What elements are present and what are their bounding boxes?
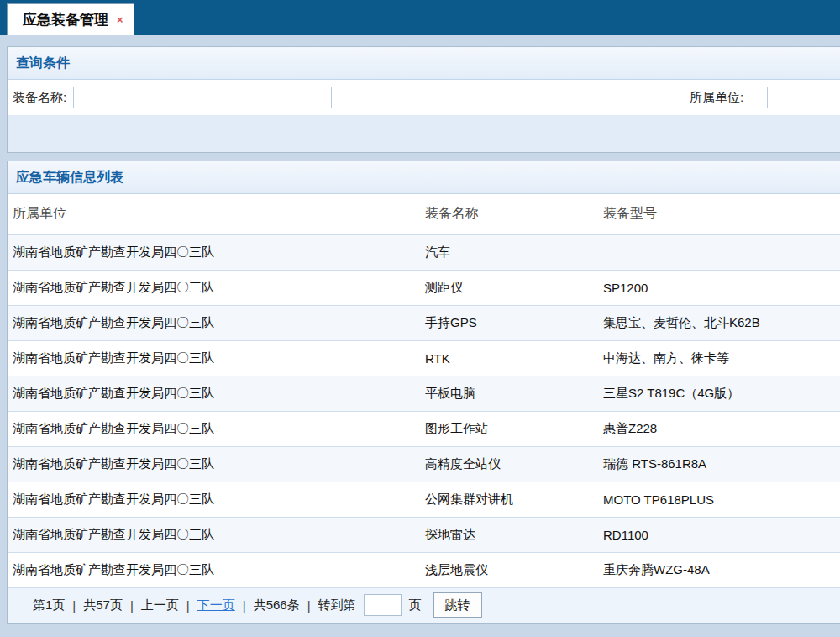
table-row: 湖南省地质矿产勘查开发局四〇三队 手持GPS 集思宝、麦哲伦、北斗K62B — [8, 305, 840, 340]
equipment-table: 所属单位 装备名称 装备型号 湖南省地质矿产勘查开发局四〇三队 汽车 湖南省地质… — [8, 194, 840, 588]
cell-equipment-model: 集思宝、麦哲伦、北斗K62B — [598, 305, 840, 340]
tab-bar: 应急装备管理 × — [0, 0, 840, 35]
tab-emergency-equipment[interactable]: 应急装备管理 × — [7, 3, 134, 35]
column-header-unit: 所属单位 — [8, 194, 420, 234]
cell-equipment-name: 浅层地震仪 — [420, 552, 598, 587]
tab-label: 应急装备管理 — [23, 10, 108, 29]
total-items-label: 共566条 — [254, 598, 300, 613]
cell-equipment-model: MOTO TP618PLUS — [598, 482, 840, 517]
unit-label: 所属单位: — [690, 90, 743, 106]
table-row: 湖南省地质矿产勘查开发局四〇三队 平板电脑 三星S2 T819C（4G版） — [8, 376, 840, 411]
unit-input[interactable] — [767, 87, 840, 108]
cell-equipment-model: 三星S2 T819C（4G版） — [598, 376, 840, 411]
cell-equipment-name: 平板电脑 — [420, 376, 598, 411]
table-row: 湖南省地质矿产勘查开发局四〇三队 RTK 中海达、南方、徕卡等 — [8, 340, 840, 376]
cell-equipment-name: RTK — [420, 340, 598, 376]
cell-equipment-model: 中海达、南方、徕卡等 — [598, 340, 840, 376]
query-panel-title: 查询条件 — [8, 47, 840, 80]
pagination-bar: 第1页 | 共57页 | 上一页 | 下一页 | 共566条 | 转到第 页 跳… — [8, 588, 840, 623]
table-row: 湖南省地质矿产勘查开发局四〇三队 图形工作站 惠普Z228 — [8, 411, 840, 446]
close-icon[interactable]: × — [117, 14, 123, 25]
cell-unit: 湖南省地质矿产勘查开发局四〇三队 — [8, 376, 420, 411]
cell-equipment-model: 惠普Z228 — [598, 411, 840, 446]
goto-page-suffix-label: 页 — [409, 598, 422, 613]
equipment-name-input[interactable] — [73, 87, 332, 108]
cell-equipment-model: SP1200 — [598, 270, 840, 305]
column-header-equipment-model: 装备型号 — [598, 194, 840, 234]
separator: | — [72, 598, 76, 613]
separator: | — [186, 598, 190, 613]
cell-unit: 湖南省地质矿产勘查开发局四〇三队 — [8, 517, 420, 552]
query-form-row: 装备名称: 所属单位: — [8, 80, 840, 115]
query-panel-footer — [8, 115, 840, 152]
cell-equipment-name: 高精度全站仪 — [420, 446, 598, 482]
table-row: 湖南省地质矿产勘查开发局四〇三队 汽车 — [8, 234, 840, 270]
table-row: 湖南省地质矿产勘查开发局四〇三队 公网集群对讲机 MOTO TP618PLUS — [8, 482, 840, 517]
next-page-link[interactable]: 下一页 — [197, 598, 235, 613]
cell-equipment-model: 重庆奔腾WZG-48A — [598, 552, 840, 587]
table-row: 湖南省地质矿产勘查开发局四〇三队 测距仪 SP1200 — [8, 270, 840, 305]
goto-page-input[interactable] — [364, 594, 402, 616]
cell-equipment-name: 测距仪 — [420, 270, 598, 305]
cell-equipment-model: RD1100 — [598, 517, 840, 552]
current-page-label: 第1页 — [33, 598, 65, 613]
total-pages-label: 共57页 — [83, 598, 123, 613]
separator: | — [130, 598, 134, 613]
cell-equipment-name: 手持GPS — [420, 305, 598, 340]
table-row: 湖南省地质矿产勘查开发局四〇三队 探地雷达 RD1100 — [8, 517, 840, 552]
query-panel: 查询条件 装备名称: 所属单位: — [7, 46, 840, 153]
separator: | — [307, 598, 311, 613]
cell-unit: 湖南省地质矿产勘查开发局四〇三队 — [8, 340, 420, 376]
list-panel: 应急车辆信息列表 所属单位 装备名称 装备型号 湖南省地质矿产勘查开发局四〇三队… — [7, 161, 840, 624]
table-row: 湖南省地质矿产勘查开发局四〇三队 浅层地震仪 重庆奔腾WZG-48A — [8, 552, 840, 587]
cell-equipment-model — [598, 234, 840, 270]
list-panel-title: 应急车辆信息列表 — [8, 161, 840, 194]
cell-unit: 湖南省地质矿产勘查开发局四〇三队 — [8, 234, 420, 270]
goto-page-prefix-label: 转到第 — [318, 598, 356, 613]
cell-equipment-name: 汽车 — [420, 234, 598, 270]
cell-equipment-model: 瑞德 RTS-861R8A — [598, 446, 840, 482]
cell-equipment-name: 探地雷达 — [420, 517, 598, 552]
prev-page-button[interactable]: 上一页 — [141, 598, 179, 613]
jump-button[interactable]: 跳转 — [433, 592, 482, 618]
cell-equipment-name: 公网集群对讲机 — [420, 482, 598, 517]
table-body: 湖南省地质矿产勘查开发局四〇三队 汽车 湖南省地质矿产勘查开发局四〇三队 测距仪… — [8, 234, 840, 587]
cell-unit: 湖南省地质矿产勘查开发局四〇三队 — [8, 482, 420, 517]
cell-unit: 湖南省地质矿产勘查开发局四〇三队 — [8, 305, 420, 340]
cell-unit: 湖南省地质矿产勘查开发局四〇三队 — [8, 552, 420, 587]
column-header-equipment-name: 装备名称 — [420, 194, 598, 234]
equipment-name-label: 装备名称: — [13, 90, 66, 106]
cell-equipment-name: 图形工作站 — [420, 411, 598, 446]
cell-unit: 湖南省地质矿产勘查开发局四〇三队 — [8, 270, 420, 305]
table-header-row: 所属单位 装备名称 装备型号 — [8, 194, 840, 234]
cell-unit: 湖南省地质矿产勘查开发局四〇三队 — [8, 411, 420, 446]
table-row: 湖南省地质矿产勘查开发局四〇三队 高精度全站仪 瑞德 RTS-861R8A — [8, 446, 840, 482]
cell-unit: 湖南省地质矿产勘查开发局四〇三队 — [8, 446, 420, 482]
separator: | — [243, 598, 246, 613]
